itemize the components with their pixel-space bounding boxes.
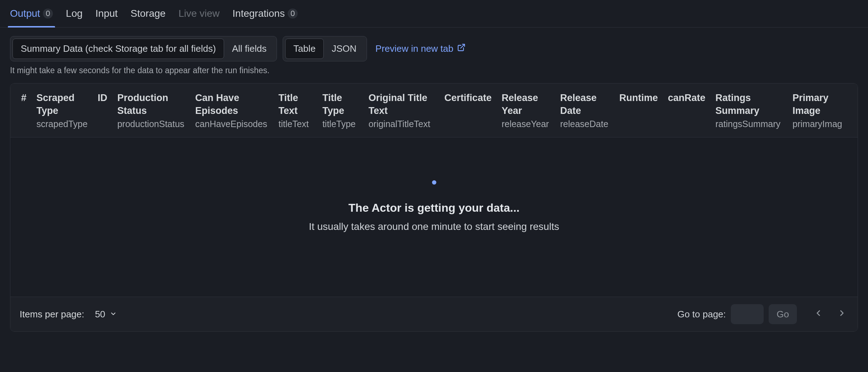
table-panel: #Scraped TypescrapedTypeIDProduction Sta…: [10, 83, 858, 332]
view-toggle-json[interactable]: JSON: [324, 39, 364, 59]
field-toggle-all[interactable]: All fields: [224, 39, 274, 59]
prev-page-button[interactable]: [812, 308, 825, 321]
tab-log[interactable]: Log: [66, 8, 83, 27]
table-column-header[interactable]: Certificate: [440, 89, 497, 106]
tab-integrations-badge: 0: [288, 9, 298, 19]
column-code: titleType: [322, 119, 358, 129]
tab-log-label: Log: [66, 8, 83, 19]
table-body-loading: The Actor is getting your data... It usu…: [10, 137, 858, 297]
view-toggle: Table JSON: [283, 36, 367, 61]
page-nav-arrows: [812, 308, 848, 321]
column-code: releaseDate: [560, 119, 609, 129]
table-column-header[interactable]: Ratings SummaryratingsSummary: [710, 89, 788, 131]
column-code: scrapedType: [36, 119, 88, 129]
items-per-page-select[interactable]: 50: [91, 307, 120, 322]
column-code: productionStatus: [117, 119, 185, 129]
table-column-header[interactable]: ID: [93, 89, 112, 106]
external-link-icon: [457, 43, 466, 54]
column-label: Scraped Type: [36, 91, 88, 117]
column-code: titleText: [278, 119, 312, 129]
table-column-header[interactable]: Can Have EpisodescanHaveEpisodes: [190, 89, 273, 131]
chevron-down-icon: [110, 309, 117, 320]
table-column-header[interactable]: #: [16, 89, 31, 106]
spinner-icon: [432, 180, 436, 185]
column-code: originalTitleText: [368, 119, 434, 129]
go-button[interactable]: Go: [769, 304, 797, 324]
column-label: Primary Image: [793, 91, 847, 117]
items-per-page-label: Items per page:: [20, 309, 84, 320]
tab-output-badge: 0: [43, 9, 53, 19]
chevron-left-icon: [814, 308, 823, 320]
column-label: Release Date: [560, 91, 609, 117]
svg-line-0: [461, 44, 465, 48]
tab-storage-label: Storage: [130, 8, 165, 19]
preview-in-new-tab-link[interactable]: Preview in new tab: [376, 43, 466, 54]
column-label: #: [21, 91, 26, 104]
loading-hint: It might take a few seconds for the data…: [10, 66, 858, 75]
items-per-page-value: 50: [95, 309, 105, 320]
column-code: ratingsSummary: [715, 119, 783, 129]
goto-page-label: Go to page:: [677, 309, 726, 320]
column-label: Title Text: [278, 91, 312, 117]
column-label: Original Title Text: [368, 91, 434, 117]
tab-storage[interactable]: Storage: [130, 8, 165, 27]
column-code: canHaveEpisodes: [195, 119, 268, 129]
column-label: Can Have Episodes: [195, 91, 268, 117]
table-column-header[interactable]: Runtime: [614, 89, 663, 106]
tab-input[interactable]: Input: [95, 8, 118, 27]
tab-live-view-label: Live view: [178, 8, 219, 19]
column-label: Title Type: [322, 91, 358, 117]
table-column-header[interactable]: canRate: [663, 89, 710, 106]
goto-page-input[interactable]: [731, 304, 764, 324]
table-column-header[interactable]: Title TypetitleType: [317, 89, 363, 131]
preview-link-label: Preview in new tab: [376, 43, 453, 54]
table-column-header[interactable]: Title TexttitleText: [273, 89, 317, 131]
column-label: canRate: [668, 91, 705, 104]
column-code: releaseYear: [502, 119, 550, 129]
column-label: Release Year: [502, 91, 550, 117]
loading-subtitle: It usually takes around one minute to st…: [309, 221, 559, 232]
column-label: Certificate: [445, 91, 492, 104]
field-toggle-summary[interactable]: Summary Data (check Storage tab for all …: [13, 39, 224, 59]
chevron-right-icon: [837, 308, 847, 320]
table-column-header[interactable]: Production StatusproductionStatus: [112, 89, 190, 131]
tabs-nav: Output 0 Log Input Storage Live view Int…: [0, 0, 868, 27]
table-column-header[interactable]: Primary ImageprimaryImag: [788, 89, 852, 131]
table-column-header[interactable]: Release DatereleaseDate: [555, 89, 614, 131]
table-column-header[interactable]: Scraped TypescrapedType: [31, 89, 93, 131]
column-label: Production Status: [117, 91, 185, 117]
tab-output[interactable]: Output 0: [10, 8, 53, 27]
items-per-page: Items per page: 50: [20, 307, 120, 322]
tab-live-view[interactable]: Live view: [178, 8, 219, 27]
column-label: Ratings Summary: [715, 91, 783, 117]
field-toggle: Summary Data (check Storage tab for all …: [10, 36, 277, 61]
loading-title: The Actor is getting your data...: [348, 201, 520, 215]
tab-output-label: Output: [10, 8, 40, 19]
view-toggle-table[interactable]: Table: [285, 39, 324, 59]
goto-page: Go to page: Go: [677, 304, 848, 324]
tab-input-label: Input: [95, 8, 118, 19]
column-code: primaryImag: [793, 119, 847, 129]
tab-integrations-label: Integrations: [233, 8, 285, 19]
pagination-bar: Items per page: 50 Go to page: Go: [10, 297, 858, 331]
next-page-button[interactable]: [835, 308, 848, 321]
controls-area: Summary Data (check Storage tab for all …: [0, 27, 868, 79]
table-column-header[interactable]: Release YearreleaseYear: [497, 89, 555, 131]
column-label: Runtime: [619, 91, 658, 104]
controls-row: Summary Data (check Storage tab for all …: [10, 36, 858, 61]
column-label: ID: [98, 91, 107, 104]
tab-integrations[interactable]: Integrations 0: [233, 8, 298, 27]
table-column-header[interactable]: Original Title TextoriginalTitleText: [363, 89, 439, 131]
table-header: #Scraped TypescrapedTypeIDProduction Sta…: [10, 84, 858, 137]
